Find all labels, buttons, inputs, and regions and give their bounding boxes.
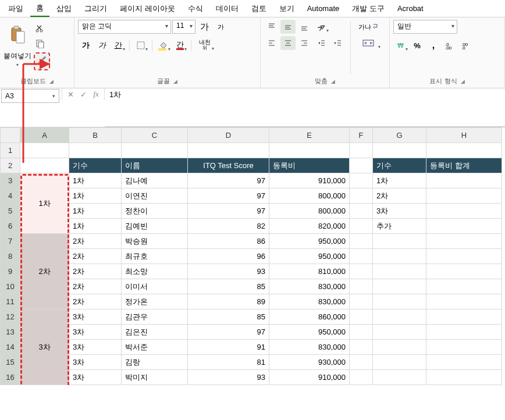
row-9[interactable]: 9 2차 최소망 93 810,000 xyxy=(1,264,502,279)
cell[interactable]: 950,000 xyxy=(269,249,350,264)
row-16[interactable]: 16 3차 박미지 93 910,000 xyxy=(1,370,502,385)
cell[interactable]: 82 xyxy=(188,219,269,234)
cell[interactable]: 97 xyxy=(188,188,269,204)
paste-button[interactable] xyxy=(6,20,29,50)
row-header[interactable]: 13 xyxy=(1,325,20,340)
cell[interactable]: 3차 xyxy=(373,204,426,219)
font-size-combo[interactable]: 11 xyxy=(172,20,195,34)
cell[interactable]: 93 xyxy=(188,264,269,279)
row-8[interactable]: 8 2차 최규호 96 950,000 xyxy=(1,249,502,264)
enter-formula-button[interactable]: ✓ xyxy=(77,88,89,100)
table-header[interactable]: 등록비 합계 xyxy=(426,158,502,173)
cell[interactable]: 박미지 xyxy=(122,370,188,385)
alignment-dialog-launcher[interactable]: ◢ xyxy=(331,79,335,84)
cell[interactable]: 86 xyxy=(188,234,269,249)
cell[interactable]: 1차 xyxy=(69,173,122,188)
cell[interactable]: 910,000 xyxy=(269,173,350,188)
menu-acrobat[interactable]: Acrobat xyxy=(392,2,429,15)
cell[interactable]: 97 xyxy=(188,325,269,340)
table-header[interactable]: 등록비 xyxy=(269,158,350,173)
cell[interactable]: 830,000 xyxy=(269,279,350,294)
menu-automate[interactable]: Automate xyxy=(301,2,346,15)
cell[interactable]: 910,000 xyxy=(269,370,350,385)
row-header[interactable]: 12 xyxy=(1,309,20,325)
font-color-button[interactable]: 간▾ xyxy=(172,38,187,52)
italic-button[interactable]: 가 xyxy=(94,38,109,52)
align-right-button[interactable] xyxy=(297,36,312,50)
row-header[interactable]: 11 xyxy=(1,294,20,309)
cell[interactable]: 박서준 xyxy=(122,340,188,355)
cell[interactable]: 800,000 xyxy=(269,188,350,204)
menu-developer[interactable]: 개발 도구 xyxy=(346,1,390,16)
cell[interactable]: 3차 xyxy=(69,355,122,370)
cell[interactable]: 1차 xyxy=(69,219,122,234)
paste-dropdown[interactable]: ▾ xyxy=(16,62,19,67)
table-header[interactable]: 이름 xyxy=(122,158,188,173)
row-header[interactable]: 3 xyxy=(1,173,20,188)
cell[interactable]: 1차 xyxy=(69,188,122,204)
align-left-button[interactable] xyxy=(264,36,279,50)
formula-input[interactable]: 1차 xyxy=(105,88,505,104)
font-dialog-launcher[interactable]: ◢ xyxy=(173,79,177,84)
row-header[interactable]: 9 xyxy=(1,264,20,279)
table-header[interactable]: 기수 xyxy=(69,158,122,173)
font-name-combo[interactable]: 맑은 고딕 xyxy=(78,20,171,34)
col-header-B[interactable]: B xyxy=(69,128,122,143)
name-box[interactable]: A3▾ xyxy=(1,89,59,103)
merged-cell-2[interactable]: 2차 xyxy=(20,234,69,309)
cell[interactable]: 최규호 xyxy=(122,249,188,264)
wrap-text-button[interactable]: 가나 xyxy=(355,20,381,34)
select-all-corner[interactable] xyxy=(1,128,20,143)
col-header-C[interactable]: C xyxy=(122,128,188,143)
cell[interactable]: 2차 xyxy=(373,188,426,204)
menu-home[interactable]: 홈 xyxy=(30,1,49,17)
cell[interactable]: 1차 xyxy=(373,173,426,188)
cell[interactable]: 3차 xyxy=(69,309,122,325)
cell[interactable]: 김랑 xyxy=(122,355,188,370)
row-header[interactable]: 1 xyxy=(1,143,20,158)
row-12[interactable]: 12 3차 3차 김관우 85 860,000 xyxy=(1,309,502,325)
cell[interactable]: 930,000 xyxy=(269,355,350,370)
menu-draw[interactable]: 그리기 xyxy=(79,1,113,16)
row-header[interactable]: 5 xyxy=(1,204,20,219)
menu-data[interactable]: 데이터 xyxy=(210,1,244,16)
cell[interactable]: 3차 xyxy=(69,370,122,385)
table-header[interactable]: ITQ Test Score xyxy=(188,158,269,173)
decrease-decimal-button[interactable]: .00.0 xyxy=(458,38,474,52)
bold-button[interactable]: 가 xyxy=(78,38,93,52)
row-1[interactable]: 1 xyxy=(1,143,502,158)
menu-file[interactable]: 파일 xyxy=(2,1,29,16)
menu-review[interactable]: 검토 xyxy=(246,1,272,16)
percent-button[interactable]: % xyxy=(410,38,425,52)
align-center-button[interactable] xyxy=(280,36,296,50)
cell[interactable]: 810,000 xyxy=(269,264,350,279)
cell[interactable]: 김예빈 xyxy=(122,219,188,234)
row-header[interactable]: 15 xyxy=(1,355,20,370)
cell[interactable]: 2차 xyxy=(69,279,122,294)
decrease-indent-button[interactable] xyxy=(314,36,329,50)
cell[interactable]: 2차 xyxy=(69,249,122,264)
cell[interactable]: 830,000 xyxy=(269,340,350,355)
cell[interactable]: 김은진 xyxy=(122,325,188,340)
cell[interactable]: 950,000 xyxy=(269,234,350,249)
cell[interactable]: 860,000 xyxy=(269,309,350,325)
cut-button[interactable] xyxy=(34,22,47,35)
menu-layout[interactable]: 페이지 레이아웃 xyxy=(114,1,181,16)
cell[interactable]: 93 xyxy=(188,370,269,385)
borders-button[interactable]: ▾ xyxy=(133,38,148,52)
row-header[interactable]: 7 xyxy=(1,234,20,249)
fx-button[interactable]: fx xyxy=(90,88,102,100)
col-header-G[interactable]: G xyxy=(373,128,426,143)
col-header-E[interactable]: E xyxy=(269,128,350,143)
row-10[interactable]: 10 2차 이미서 85 830,000 xyxy=(1,279,502,294)
row-15[interactable]: 15 3차 김랑 81 930,000 xyxy=(1,355,502,370)
col-header-A[interactable]: A xyxy=(20,128,69,143)
row-header[interactable]: 8 xyxy=(1,249,20,264)
cell[interactable]: 이연진 xyxy=(122,188,188,204)
col-header-H[interactable]: H xyxy=(426,128,502,143)
cancel-formula-button[interactable]: ✕ xyxy=(65,88,76,100)
cell[interactable]: 1차 xyxy=(69,204,122,219)
cell[interactable]: 97 xyxy=(188,204,269,219)
row-header[interactable]: 14 xyxy=(1,340,20,355)
row-4[interactable]: 4 1차 이연진 97 800,000 2차 xyxy=(1,188,502,204)
